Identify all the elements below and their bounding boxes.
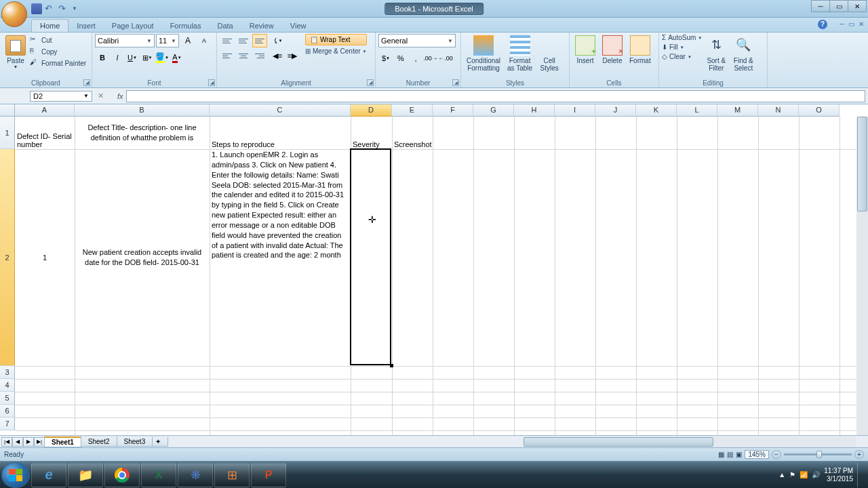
col-header-B[interactable]: B	[75, 104, 210, 117]
paste-button[interactable]: Paste ▼	[3, 34, 28, 71]
italic-button[interactable]: I	[110, 51, 125, 64]
page-layout-view-icon[interactable]: ▤	[727, 451, 733, 458]
show-hidden-icons[interactable]: ▲	[778, 471, 785, 479]
system-clock[interactable]: 11:37 PM 3/1/2015	[824, 467, 853, 483]
bold-button[interactable]: B	[95, 51, 110, 64]
new-sheet-button[interactable]: ✦	[152, 436, 168, 447]
fill-color-button[interactable]: 🪣▼	[155, 51, 170, 64]
next-sheet-button[interactable]: ▶	[23, 437, 34, 447]
taskbar-powerpoint[interactable]: P	[251, 463, 286, 487]
number-format-combo[interactable]: General▼	[378, 34, 456, 47]
tab-formulas[interactable]: Formulas	[162, 20, 210, 32]
prev-sheet-button[interactable]: ◀	[12, 437, 23, 447]
format-as-table-button[interactable]: Format as Table	[505, 34, 535, 73]
tab-home[interactable]: Home	[31, 19, 68, 32]
align-top-button[interactable]	[220, 34, 235, 47]
delete-cells-button[interactable]: ×Delete	[599, 34, 625, 66]
increase-decimal-button[interactable]: .00→	[423, 52, 438, 65]
tab-view[interactable]: View	[282, 20, 315, 32]
col-header-J[interactable]: J	[595, 104, 636, 117]
number-launcher[interactable]: ◢	[452, 79, 459, 86]
fx-icon[interactable]: fx	[117, 92, 123, 100]
sheet-tab-1[interactable]: Sheet1	[44, 436, 81, 447]
shrink-font-button[interactable]: A	[197, 34, 212, 47]
redo-icon[interactable]: ↷	[58, 3, 69, 14]
col-header-C[interactable]: C	[210, 104, 351, 117]
autosum-button[interactable]: ΣAutoSum▼	[662, 34, 702, 41]
format-cells-button[interactable]: Format	[627, 34, 654, 66]
first-sheet-button[interactable]: |◀	[1, 437, 12, 447]
tab-data[interactable]: Data	[209, 20, 241, 32]
conditional-formatting-button[interactable]: Conditional Formatting	[464, 34, 503, 73]
undo-icon[interactable]: ↶	[45, 3, 56, 14]
taskbar-chrome[interactable]	[104, 463, 140, 487]
percent-button[interactable]: %	[393, 52, 408, 65]
col-header-D[interactable]: D	[351, 104, 392, 117]
sheet-tab-3[interactable]: Sheet3	[117, 436, 153, 447]
close-button[interactable]: ✕	[848, 0, 867, 12]
clear-button[interactable]: ◇Clear▼	[662, 53, 702, 60]
border-button[interactable]: ⊞▼	[140, 51, 155, 64]
col-header-N[interactable]: N	[758, 104, 799, 117]
close-workbook-icon[interactable]: ✕	[859, 20, 864, 28]
col-header-I[interactable]: I	[555, 104, 595, 117]
font-name-combo[interactable]: Calibri▼	[95, 34, 155, 47]
row-header-2[interactable]: 2	[0, 149, 15, 366]
insert-cells-button[interactable]: +Insert	[572, 34, 598, 66]
select-all-corner[interactable]	[0, 104, 15, 117]
fill-button[interactable]: ⬇Fill▼	[662, 43, 702, 51]
start-button[interactable]	[1, 462, 30, 488]
save-icon[interactable]	[31, 3, 42, 14]
name-box[interactable]: D2▼	[30, 91, 92, 102]
taskbar-app2[interactable]: ⊞	[214, 463, 250, 487]
hscroll-thumb[interactable]	[524, 437, 713, 447]
align-center-button[interactable]	[236, 49, 251, 62]
copy-button[interactable]: ⎘Copy	[30, 47, 86, 56]
taskbar-ie[interactable]: e	[31, 463, 66, 487]
page-break-view-icon[interactable]: ▣	[736, 451, 742, 458]
grow-font-button[interactable]: A	[180, 34, 195, 47]
underline-button[interactable]: U▼	[125, 51, 140, 64]
decrease-indent-button[interactable]: ◀≡	[270, 49, 285, 62]
currency-button[interactable]: $▼	[378, 52, 393, 65]
cell-D1[interactable]: Severity	[351, 117, 392, 149]
col-header-L[interactable]: L	[677, 104, 717, 117]
spreadsheet-grid[interactable]: ABCDEFGHIJKLMNO 1234567 Defect ID- Seria…	[0, 104, 868, 435]
font-size-combo[interactable]: 11▼	[156, 34, 179, 47]
col-header-E[interactable]: E	[392, 104, 433, 117]
col-header-O[interactable]: O	[799, 104, 840, 117]
row-header-5[interactable]: 5	[0, 392, 15, 405]
cell-C1[interactable]: Steps to reproduce	[210, 117, 351, 149]
formula-input[interactable]	[126, 90, 865, 102]
volume-icon[interactable]: 🔊	[812, 471, 820, 479]
sort-filter-button[interactable]: ⇅Sort & Filter	[703, 34, 729, 73]
cancel-icon[interactable]: ✕	[98, 92, 104, 100]
cell-E1[interactable]: Screenshot	[392, 117, 433, 149]
align-right-button[interactable]	[252, 49, 267, 62]
row-header-4[interactable]: 4	[0, 379, 15, 392]
qat-dropdown-icon[interactable]: ▼	[72, 5, 77, 12]
align-bottom-button[interactable]	[252, 34, 267, 47]
find-select-button[interactable]: 🔍Find & Select	[730, 34, 756, 73]
taskbar-app1[interactable]: ❋	[178, 463, 213, 487]
col-header-G[interactable]: G	[473, 104, 514, 117]
cell-A1[interactable]: Defect ID- Serial number	[15, 117, 75, 149]
col-header-M[interactable]: M	[717, 104, 758, 117]
cell-C2[interactable]: 1. Launch openEMR 2. Login as admin/pass…	[210, 149, 351, 366]
cell-B1[interactable]: Defect Title- description- one line defi…	[75, 117, 210, 149]
clipboard-launcher[interactable]: ◢	[83, 79, 90, 86]
decrease-decimal-button[interactable]: ←.00	[438, 52, 453, 65]
tray-icon[interactable]: ⚑	[789, 471, 795, 479]
office-button[interactable]	[1, 1, 27, 27]
cell-B2[interactable]: New patient creation accepts invalid dat…	[75, 149, 210, 366]
row-header-7[interactable]: 7	[0, 418, 15, 430]
row-header-3[interactable]: 3	[0, 366, 15, 379]
network-icon[interactable]: 📶	[800, 471, 808, 479]
help-icon[interactable]: ?	[818, 20, 827, 29]
zoom-in-button[interactable]: +	[854, 450, 864, 459]
comma-button[interactable]: ,	[408, 52, 423, 65]
tab-review[interactable]: Review	[241, 20, 282, 32]
tab-page-layout[interactable]: Page Layout	[104, 20, 162, 32]
font-color-button[interactable]: A▼	[170, 51, 184, 64]
increase-indent-button[interactable]: ≡▶	[285, 49, 300, 62]
